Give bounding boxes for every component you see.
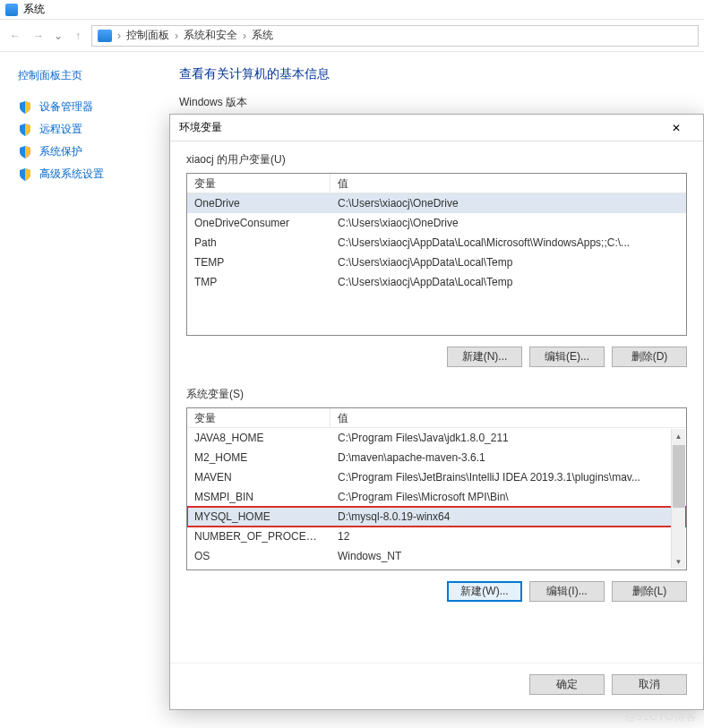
sidebar-item-label: 远程设置 bbox=[39, 122, 82, 137]
shield-icon bbox=[18, 167, 32, 182]
cell-variable-name: M2_HOME bbox=[187, 450, 331, 466]
table-row[interactable]: TEMPC:\Users\xiaocj\AppData\Local\Temp bbox=[187, 253, 686, 272]
cell-variable-value: C:\Users\xiaocj\OneDrive bbox=[331, 215, 686, 231]
sidebar: 控制面板主页 设备管理器 远程设置 系统保护 高级系统设置 bbox=[0, 52, 161, 185]
table-row[interactable]: PathC:\Users\xiaocj\AppData\Local\Micros… bbox=[187, 233, 686, 253]
cell-variable-value: C:\Program Files\Java\jdk1.8.0_211 bbox=[331, 430, 686, 446]
cell-variable-value: C:\Users\xiaocj\AppData\Local\Temp bbox=[331, 274, 686, 290]
sidebar-item-remote-settings[interactable]: 远程设置 bbox=[18, 118, 152, 141]
section-label: Windows 版本 bbox=[179, 95, 686, 110]
system-variables-label: 系统变量(S) bbox=[186, 387, 687, 402]
cell-variable-name: OneDriveConsumer bbox=[187, 215, 331, 231]
user-variables-list[interactable]: 变量 值 OneDriveC:\Users\xiaocj\OneDriveOne… bbox=[186, 173, 687, 336]
forward-button[interactable]: → bbox=[29, 26, 48, 46]
cell-variable-name: NUMBER_OF_PROCESSORS bbox=[187, 528, 331, 544]
sidebar-item-system-protection[interactable]: 系统保护 bbox=[18, 141, 152, 163]
environment-variables-dialog: 环境变量 ✕ xiaocj 的用户变量(U) 变量 值 OneDriveC:\U… bbox=[169, 114, 704, 710]
system-icon bbox=[5, 4, 18, 16]
table-row[interactable]: MYSQL_HOMED:\mysql-8.0.19-winx64 bbox=[187, 507, 686, 527]
user-variables-group: xiaocj 的用户变量(U) 变量 值 OneDriveC:\Users\xi… bbox=[186, 152, 687, 367]
system-variables-group: 系统变量(S) 变量 值 JAVA8_HOMEC:\Program Files\… bbox=[186, 387, 687, 602]
cell-variable-value: D:\mysql-8.0.19-winx64 bbox=[331, 509, 686, 525]
control-panel-home-link[interactable]: 控制面板主页 bbox=[18, 68, 152, 83]
cell-variable-value: 12 bbox=[331, 528, 686, 544]
cell-variable-name: MSMPI_BIN bbox=[187, 489, 331, 505]
shield-icon bbox=[18, 145, 32, 159]
cell-variable-name: TMP bbox=[187, 274, 331, 290]
table-row[interactable]: M2_HOMED:\maven\apache-maven-3.6.1 bbox=[187, 448, 686, 467]
cell-variable-name: TEMP bbox=[187, 254, 331, 270]
column-header-value[interactable]: 值 bbox=[331, 408, 686, 427]
column-header-value[interactable]: 值 bbox=[331, 174, 686, 193]
system-icon bbox=[98, 30, 112, 42]
system-new-button[interactable]: 新建(W)... bbox=[447, 581, 522, 602]
cell-variable-name: OneDrive bbox=[187, 195, 331, 211]
sidebar-item-label: 系统保护 bbox=[39, 144, 82, 159]
cell-variable-name: JAVA8_HOME bbox=[187, 430, 331, 446]
sidebar-item-advanced-system-settings[interactable]: 高级系统设置 bbox=[18, 163, 152, 185]
cell-variable-value: Windows_NT bbox=[331, 548, 686, 564]
breadcrumb-item[interactable]: 系统 bbox=[252, 28, 273, 43]
shield-icon bbox=[18, 100, 32, 115]
column-header-name[interactable]: 变量 bbox=[187, 174, 331, 193]
table-row[interactable]: JAVA8_HOMEC:\Program Files\Java\jdk1.8.0… bbox=[187, 428, 686, 448]
system-delete-button[interactable]: 删除(L) bbox=[612, 581, 687, 602]
user-variables-label: xiaocj 的用户变量(U) bbox=[186, 152, 687, 167]
breadcrumb-item[interactable]: 控制面板 bbox=[126, 28, 169, 43]
scroll-thumb[interactable] bbox=[673, 445, 685, 508]
recent-locations-chevron[interactable]: ⌄ bbox=[52, 30, 64, 42]
window-titlebar: 系统 bbox=[0, 0, 704, 20]
cell-variable-value: C:\Users\xiaocj\OneDrive bbox=[331, 195, 686, 211]
sidebar-item-label: 设备管理器 bbox=[39, 99, 93, 115]
cell-variable-value: D:\maven\apache-maven-3.6.1 bbox=[331, 450, 686, 466]
dialog-titlebar: 环境变量 ✕ bbox=[170, 115, 703, 141]
cancel-button[interactable]: 取消 bbox=[612, 674, 687, 695]
cell-variable-value: C:\Users\xiaocj\AppData\Local\Microsoft\… bbox=[331, 235, 686, 251]
user-edit-button[interactable]: 编辑(E)... bbox=[529, 347, 605, 367]
address-bar[interactable]: › 控制面板 › 系统和安全 › 系统 bbox=[91, 25, 699, 47]
user-delete-button[interactable]: 删除(D) bbox=[612, 347, 687, 367]
table-row[interactable]: MAVENC:\Program Files\JetBrains\IntelliJ… bbox=[187, 467, 686, 487]
dialog-title: 环境变量 bbox=[179, 120, 222, 135]
close-icon: ✕ bbox=[672, 122, 681, 134]
back-button[interactable]: ← bbox=[5, 26, 25, 46]
cell-variable-name: MYSQL_HOME bbox=[187, 509, 331, 525]
table-row[interactable]: OneDriveConsumerC:\Users\xiaocj\OneDrive bbox=[187, 213, 686, 233]
chevron-right-icon: › bbox=[117, 30, 121, 42]
page-heading: 查看有关计算机的基本信息 bbox=[179, 66, 686, 82]
table-row[interactable]: MSMPI_BINC:\Program Files\Microsoft MPI\… bbox=[187, 487, 686, 507]
ok-button[interactable]: 确定 bbox=[529, 674, 605, 695]
cell-variable-name: Path bbox=[187, 235, 331, 251]
scroll-up-icon[interactable]: ▲ bbox=[673, 429, 685, 443]
breadcrumb-item[interactable]: 系统和安全 bbox=[184, 28, 237, 43]
watermark: @51CTO博客 bbox=[624, 708, 697, 724]
scroll-down-icon[interactable]: ▼ bbox=[673, 554, 685, 569]
up-button[interactable]: ↑ bbox=[68, 26, 88, 46]
cell-variable-name: OS bbox=[187, 548, 331, 564]
table-row[interactable]: OneDriveC:\Users\xiaocj\OneDrive bbox=[187, 193, 686, 213]
cell-variable-value: C:\Program Files\JetBrains\IntelliJ IDEA… bbox=[331, 469, 686, 485]
window-title: 系统 bbox=[23, 2, 45, 17]
cell-variable-value: C:\Users\xiaocj\AppData\Local\Temp bbox=[331, 254, 686, 270]
table-row[interactable]: NUMBER_OF_PROCESSORS12 bbox=[187, 527, 686, 546]
dialog-footer: 确定 取消 bbox=[170, 663, 703, 709]
list-header: 变量 值 bbox=[187, 408, 686, 428]
chevron-right-icon: › bbox=[243, 30, 246, 42]
close-button[interactable]: ✕ bbox=[658, 115, 694, 141]
system-edit-button[interactable]: 编辑(I)... bbox=[529, 581, 605, 602]
cell-variable-value: C:\Program Files\Microsoft MPI\Bin\ bbox=[331, 489, 686, 505]
scrollbar[interactable]: ▲ ▼ bbox=[671, 429, 685, 569]
user-new-button[interactable]: 新建(N)... bbox=[447, 347, 522, 367]
explorer-navbar: ← → ⌄ ↑ › 控制面板 › 系统和安全 › 系统 bbox=[0, 20, 704, 52]
chevron-right-icon: › bbox=[175, 30, 178, 42]
sidebar-item-label: 高级系统设置 bbox=[39, 167, 104, 182]
list-header: 变量 值 bbox=[187, 174, 686, 193]
table-row[interactable]: TMPC:\Users\xiaocj\AppData\Local\Temp bbox=[187, 272, 686, 292]
system-variables-list[interactable]: 变量 值 JAVA8_HOMEC:\Program Files\Java\jdk… bbox=[186, 407, 687, 570]
cell-variable-name: MAVEN bbox=[187, 469, 331, 485]
table-row[interactable]: OSWindows_NT bbox=[187, 546, 686, 566]
column-header-name[interactable]: 变量 bbox=[187, 408, 331, 427]
shield-icon bbox=[18, 123, 32, 137]
sidebar-item-device-manager[interactable]: 设备管理器 bbox=[18, 96, 152, 118]
